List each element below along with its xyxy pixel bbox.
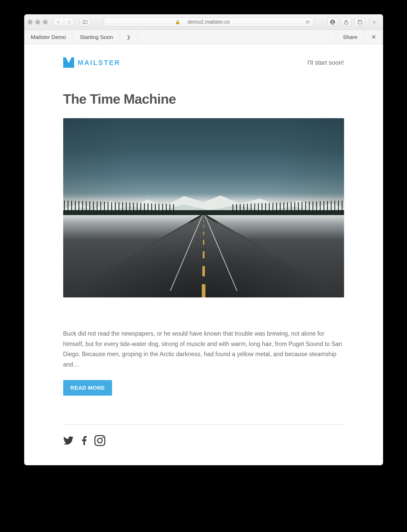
tab-overflow-button[interactable]: ❯ xyxy=(120,30,138,44)
downloads-button[interactable] xyxy=(327,18,338,26)
nav-back-forward xyxy=(53,18,74,26)
content-divider xyxy=(63,424,344,425)
close-panel-button[interactable]: ✕ xyxy=(365,30,383,44)
back-button[interactable] xyxy=(53,18,64,26)
svg-rect-5 xyxy=(358,21,362,24)
hero-image xyxy=(63,118,344,297)
share-button[interactable] xyxy=(341,18,351,26)
sidebar-toggle-button[interactable] xyxy=(80,18,90,26)
tab-mailster-demo[interactable]: Mailster Demo xyxy=(24,30,73,44)
traffic-zoom[interactable] xyxy=(43,20,48,24)
reload-icon[interactable]: ⟳ xyxy=(306,19,310,25)
tab-bar: Mailster Demo Starting Soon ❯ Share ✕ xyxy=(24,30,383,44)
chevron-right-icon: ❯ xyxy=(127,34,131,40)
titlebar: 🔒 demo2.mailster.co ⟳ ＋ xyxy=(24,14,383,30)
tab-label: Starting Soon xyxy=(80,34,113,40)
hero-centerline xyxy=(203,215,204,297)
instagram-link[interactable] xyxy=(94,435,105,447)
svg-point-6 xyxy=(102,437,103,438)
instagram-icon xyxy=(94,435,105,446)
tab-spacer xyxy=(138,30,336,44)
article-body: Buck did not read the newspapers, or he … xyxy=(63,329,344,370)
toolbar-right: ＋ xyxy=(327,18,379,26)
brand-logo[interactable]: MAILSTER xyxy=(63,57,121,68)
address-bar[interactable]: 🔒 demo2.mailster.co ⟳ xyxy=(104,17,314,27)
lock-icon: 🔒 xyxy=(175,19,180,24)
traffic-minimize[interactable] xyxy=(35,20,40,24)
article-title: The Time Machine xyxy=(63,91,344,107)
twitter-link[interactable] xyxy=(63,435,74,447)
close-icon: ✕ xyxy=(371,34,376,41)
address-text: demo2.mailster.co xyxy=(188,19,230,25)
share-label: Share xyxy=(343,34,357,40)
facebook-link[interactable] xyxy=(79,435,90,447)
new-tab-button[interactable]: ＋ xyxy=(369,18,379,26)
brand-mark-icon xyxy=(63,57,74,68)
share-tab-button[interactable]: Share xyxy=(336,30,364,44)
forward-button[interactable] xyxy=(64,18,74,26)
page-content: MAILSTER I'll start soon! The Time Machi… xyxy=(24,44,383,465)
tagline-text: I'll start soon! xyxy=(307,59,344,66)
tab-label: Mailster Demo xyxy=(31,34,66,40)
brand-wordmark: MAILSTER xyxy=(78,59,121,67)
facebook-icon xyxy=(79,435,90,446)
window-controls xyxy=(28,20,48,24)
traffic-close[interactable] xyxy=(28,20,33,24)
svg-rect-0 xyxy=(83,21,87,24)
browser-window: 🔒 demo2.mailster.co ⟳ ＋ Mailster Demo xyxy=(24,14,383,465)
social-links xyxy=(63,435,344,447)
read-more-button[interactable]: READ MORE xyxy=(63,380,112,396)
tab-starting-soon[interactable]: Starting Soon xyxy=(73,30,120,44)
brand-row: MAILSTER I'll start soon! xyxy=(63,57,344,68)
twitter-icon xyxy=(63,435,74,446)
tabs-overview-button[interactable] xyxy=(354,18,365,26)
